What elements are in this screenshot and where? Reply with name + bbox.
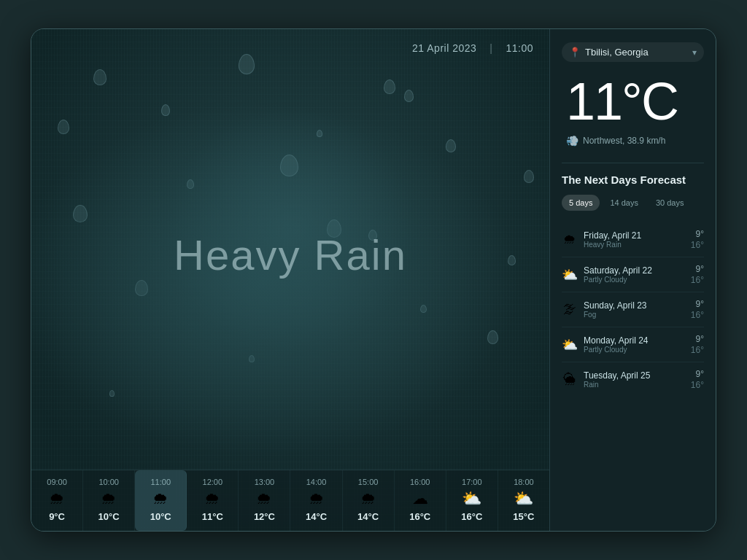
condition-label-area: Heavy Rain [31, 54, 549, 470]
forecast-day-label: Friday, April 21 [584, 230, 685, 241]
hour-weather-icon: 🌧 [309, 491, 325, 507]
forecast-weather-icon: 🌦 [562, 372, 578, 387]
hour-item[interactable]: 18:00 ⛅ 15°C [498, 470, 549, 531]
hour-item[interactable]: 16:00 ☁ 16°C [395, 470, 446, 531]
temp-high: 9° [696, 229, 704, 239]
forecast-condition: Partly Cloudy [584, 346, 685, 354]
forecast-tab-5-days[interactable]: 5 days [562, 195, 600, 211]
hour-item[interactable]: 17:00 ⛅ 16°C [446, 470, 498, 531]
hour-time-label: 15:00 [358, 478, 379, 486]
hour-item[interactable]: 09:00 🌧 9°C [31, 470, 83, 531]
forecast-day-label: Sunday, April 23 [584, 300, 685, 311]
hour-time-label: 16:00 [410, 478, 430, 486]
hour-temperature: 12°C [254, 511, 275, 522]
hour-time-label: 11:00 [150, 478, 171, 486]
forecast-temperatures: 9° 16° [691, 334, 704, 355]
hour-weather-icon: ⛅ [462, 491, 481, 507]
hour-weather-icon: ⛅ [514, 491, 533, 507]
left-panel: 21 April 2023 | 11:00 Heavy Rain 09:00 🌧… [31, 29, 549, 531]
temp-high: 9° [696, 334, 704, 344]
forecast-condition: Fog [584, 311, 685, 319]
forecast-weather-icon: 🌧 [562, 232, 578, 247]
hour-temperature: 16°C [409, 511, 430, 522]
hour-temperature: 9°C [49, 511, 65, 522]
chevron-down-icon: ▾ [692, 47, 697, 58]
hourly-strip: 09:00 🌧 9°C 10:00 🌧 10°C 11:00 🌧 10°C 12… [31, 470, 549, 531]
forecast-info: Tuesday, April 25 Rain [584, 370, 685, 389]
hour-time-label: 09:00 [47, 478, 67, 486]
hour-temperature: 10°C [150, 511, 171, 522]
forecast-info: Sunday, April 23 Fog [584, 300, 685, 319]
forecast-day-label: Monday, April 24 [584, 335, 685, 346]
hour-item[interactable]: 12:00 🌧 11°C [187, 470, 239, 531]
app-container: 21 April 2023 | 11:00 Heavy Rain 09:00 🌧… [31, 28, 716, 532]
hour-time-label: 13:00 [255, 478, 275, 486]
hour-item[interactable]: 13:00 🌧 12°C [239, 470, 290, 531]
time-label: 11:00 [506, 42, 533, 54]
forecast-condition: Partly Cloudy [584, 276, 685, 284]
temp-low: 16° [691, 380, 704, 390]
forecast-weather-icon: 🌫 [562, 302, 578, 317]
right-panel: 📍 Tbilisi, Georgia ▾ 11°C 💨 Northwest, 3… [549, 29, 716, 531]
hour-weather-icon: 🌧 [256, 491, 272, 507]
wind-row: 💨 Northwest, 38.9 km/h [562, 135, 704, 147]
hour-weather-icon: ☁ [412, 491, 428, 507]
hour-temperature: 11°C [202, 511, 223, 522]
hour-time-label: 14:00 [306, 478, 327, 486]
forecast-temperatures: 9° 16° [691, 264, 704, 285]
hour-weather-icon: 🌧 [152, 491, 169, 507]
location-name: Tbilisi, Georgia [585, 47, 649, 58]
location-pin-icon: 📍 [569, 47, 581, 58]
forecast-row: ⛅ Monday, April 24 Partly Cloudy 9° 16° [562, 327, 704, 362]
forecast-day-label: Tuesday, April 25 [584, 370, 685, 381]
hour-item[interactable]: 10:00 🌧 10°C [83, 470, 135, 531]
forecast-row: 🌧 Friday, April 21 Heavy Rain 9° 16° [562, 222, 704, 257]
forecast-temperatures: 9° 16° [691, 229, 704, 250]
hour-time-label: 10:00 [98, 478, 119, 486]
divider [562, 163, 704, 163]
temp-low: 16° [691, 275, 704, 285]
hour-item[interactable]: 11:00 🌧 10°C [135, 470, 187, 531]
hour-time-label: 18:00 [514, 478, 534, 486]
hour-temperature: 16°C [461, 511, 482, 522]
hour-time-label: 17:00 [462, 478, 482, 486]
hour-time-label: 12:00 [203, 478, 223, 486]
temp-high: 9° [696, 369, 704, 379]
forecast-tab-30-days[interactable]: 30 days [649, 195, 692, 211]
current-temperature: 11°C [562, 75, 704, 128]
hour-temperature: 14°C [306, 511, 327, 522]
hour-temperature: 15°C [513, 511, 534, 522]
temp-low: 16° [691, 310, 704, 320]
wind-icon: 💨 [566, 135, 578, 147]
hour-item[interactable]: 15:00 🌧 14°C [343, 470, 395, 531]
datetime-divider: | [489, 42, 492, 54]
forecast-row: ⛅ Saturday, April 22 Partly Cloudy 9° 16… [562, 257, 704, 292]
hour-weather-icon: 🌧 [204, 491, 220, 507]
hour-item[interactable]: 14:00 🌧 14°C [290, 470, 342, 531]
forecast-tabs: 5 days14 days30 days [562, 195, 704, 211]
hour-weather-icon: 🌧 [101, 491, 117, 507]
forecast-weather-icon: ⛅ [562, 267, 578, 283]
datetime-bar: 21 April 2023 | 11:00 [31, 29, 549, 54]
temp-high: 9° [696, 299, 704, 309]
forecast-condition: Rain [584, 381, 685, 389]
hour-weather-icon: 🌧 [49, 491, 65, 507]
forecast-info: Saturday, April 22 Partly Cloudy [584, 265, 685, 284]
forecast-weather-icon: ⛅ [562, 337, 578, 353]
temp-low: 16° [691, 240, 704, 250]
forecast-temperatures: 9° 16° [691, 299, 704, 320]
forecast-info: Monday, April 24 Partly Cloudy [584, 335, 685, 354]
forecast-row: 🌫 Sunday, April 23 Fog 9° 16° [562, 292, 704, 327]
forecast-row: 🌦 Tuesday, April 25 Rain 9° 16° [562, 362, 704, 397]
wind-label: Northwest, 38.9 km/h [583, 136, 665, 146]
hour-temperature: 14°C [357, 511, 379, 522]
forecast-list: 🌧 Friday, April 21 Heavy Rain 9° 16° ⛅ S… [562, 222, 704, 397]
condition-text: Heavy Rain [174, 230, 407, 279]
forecast-title: The Next Days Forecast [562, 174, 704, 186]
forecast-tab-14-days[interactable]: 14 days [603, 195, 646, 211]
hour-temperature: 10°C [98, 511, 120, 522]
location-selector[interactable]: 📍 Tbilisi, Georgia ▾ [562, 42, 704, 62]
forecast-condition: Heavy Rain [584, 241, 685, 249]
location-left: 📍 Tbilisi, Georgia [569, 47, 649, 58]
forecast-info: Friday, April 21 Heavy Rain [584, 230, 685, 249]
